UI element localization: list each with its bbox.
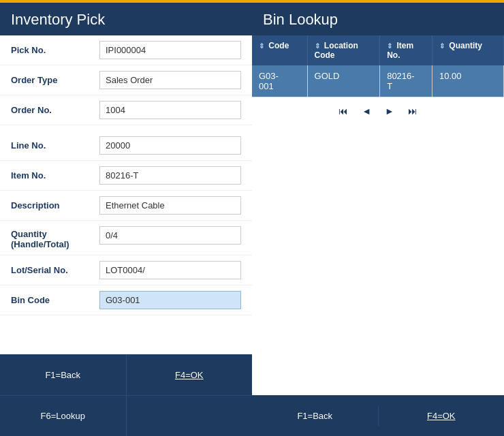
label-line-no: Line No. [11, 136, 99, 151]
table-row[interactable]: G03-001 GOLD 80216-T 10.00 [252, 65, 504, 97]
input-order-no[interactable] [99, 101, 241, 119]
left-f4-label: F4=OK [175, 370, 204, 380]
form-row-order-no: Order No. [0, 95, 252, 125]
input-description[interactable] [99, 196, 241, 215]
cell-location: GOLD [307, 65, 380, 97]
input-lot-serial[interactable] [99, 261, 241, 279]
form-area: Pick No. Order Type Order No. Line No. I… [0, 35, 252, 354]
bin-lookup-table: ⇕ Code ⇕ LocationCode ⇕ ItemNo. ⇕ Quanti… [252, 35, 504, 97]
label-pick-no: Pick No. [11, 41, 99, 55]
form-row-pick-no: Pick No. [0, 35, 252, 65]
form-row-order-type: Order Type [0, 65, 252, 95]
page-prev-button[interactable]: ◄ [358, 104, 375, 118]
page-next-button[interactable]: ► [381, 104, 398, 118]
table-header-row: ⇕ Code ⇕ LocationCode ⇕ ItemNo. ⇕ Quanti… [252, 35, 504, 65]
cell-quantity: 10.00 [432, 65, 503, 97]
input-item-no[interactable] [99, 166, 241, 185]
footer-row-1: F1=Back F4=OK [0, 354, 252, 395]
form-row-item-no: Item No. [0, 161, 252, 191]
form-row-lot-serial: Lot/Serial No. [0, 255, 252, 285]
input-line-no[interactable] [99, 136, 241, 155]
left-f6-button[interactable]: F6=Lookup [0, 396, 126, 436]
right-footer: F1=Back F4=OK [252, 395, 504, 436]
col-header-quantity[interactable]: ⇕ Quantity [432, 35, 503, 65]
label-bin-code: Bin Code [11, 291, 99, 305]
right-panel: Bin Lookup ⇕ Code ⇕ LocationCode ⇕ ItemN… [252, 0, 504, 436]
table-container: ⇕ Code ⇕ LocationCode ⇕ ItemNo. ⇕ Quanti… [252, 35, 504, 395]
input-quantity[interactable] [99, 226, 241, 245]
form-row-line-no: Line No. [0, 131, 252, 161]
cell-item: 80216-T [380, 65, 432, 97]
left-panel: Inventory Pick Pick No. Order Type Order… [0, 0, 252, 436]
page-first-button[interactable]: ⏮ [334, 104, 352, 118]
col-header-item[interactable]: ⇕ ItemNo. [380, 35, 432, 65]
input-bin-code[interactable] [99, 291, 241, 309]
left-footer: F1=Back F4=OK F6=Lookup [0, 354, 252, 436]
left-f1-button[interactable]: F1=Back [0, 355, 126, 395]
footer-row-2: F6=Lookup [0, 395, 252, 436]
left-f4-button[interactable]: F4=OK [127, 355, 253, 395]
label-order-type: Order Type [11, 71, 99, 85]
label-lot-serial: Lot/Serial No. [11, 261, 99, 275]
left-title: Inventory Pick [0, 3, 252, 35]
label-description: Description [11, 196, 99, 211]
page-last-button[interactable]: ⏭ [404, 104, 422, 118]
label-item-no: Item No. [11, 166, 99, 181]
input-order-type[interactable] [99, 71, 241, 89]
form-row-bin-code: Bin Code [0, 285, 252, 315]
right-f4-button[interactable]: F4=OK [379, 405, 505, 426]
form-row-description: Description [0, 191, 252, 221]
col-header-code[interactable]: ⇕ Code [252, 35, 307, 65]
form-row-quantity: Quantity (Handle/Total) [0, 221, 252, 255]
right-title: Bin Lookup [252, 3, 504, 35]
label-quantity: Quantity (Handle/Total) [11, 226, 99, 249]
right-f1-button[interactable]: F1=Back [252, 405, 378, 426]
cell-code: G03-001 [252, 65, 307, 97]
input-pick-no[interactable] [99, 41, 241, 59]
col-header-location[interactable]: ⇕ LocationCode [307, 35, 380, 65]
left-empty-button [127, 396, 253, 436]
pagination-row: ⏮ ◄ ► ⏭ [252, 97, 504, 125]
label-order-no: Order No. [11, 101, 99, 115]
